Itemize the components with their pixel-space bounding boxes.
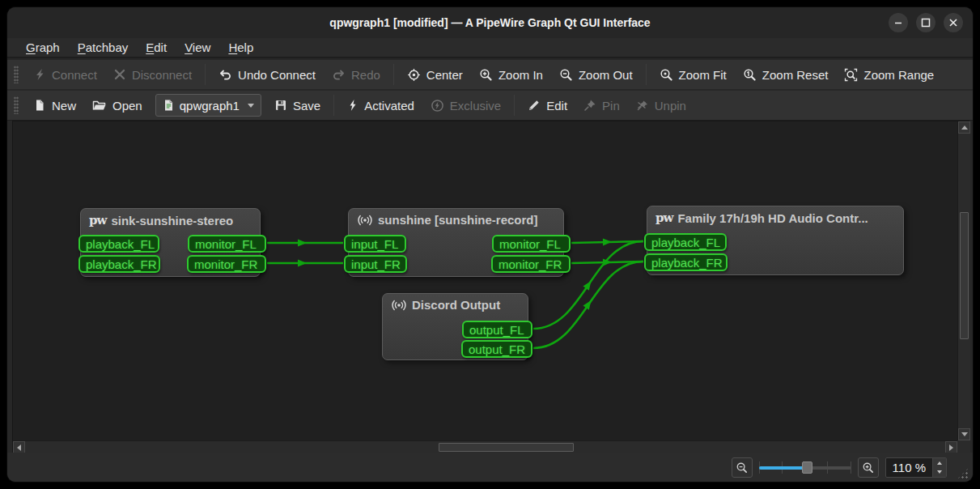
redo-icon [332, 68, 346, 81]
pipewire-icon: pw [655, 210, 672, 225]
zoom-spinbox[interactable]: 110 % [885, 457, 947, 478]
arrow-right-icon [949, 444, 953, 451]
zoom-reset-button[interactable]: Zoom Reset [735, 62, 837, 87]
save-button[interactable]: Save [266, 93, 329, 117]
maximize-button[interactable] [916, 13, 935, 32]
toolbar-separator [646, 64, 647, 85]
pin-button[interactable]: Pin [575, 93, 628, 117]
patchbay-toolbar: New Open qpwgraph1 Save Activated Exclus… [7, 91, 973, 121]
zoom-slider[interactable] [759, 457, 851, 478]
undo-connect-button[interactable]: Undo Connect [210, 62, 324, 87]
menu-help-label: elp [237, 40, 253, 54]
center-button[interactable]: Center [399, 62, 471, 87]
port-monitor-fl[interactable]: monitor_FL [188, 235, 266, 253]
new-button[interactable]: New [25, 93, 84, 117]
zoom-range-icon [844, 68, 858, 82]
node-title: sink-sunshine-stereo [111, 214, 233, 227]
zoom-out-label: Zoom Out [579, 68, 633, 82]
arrow-left-icon [17, 444, 21, 451]
toolbar-drag-handle[interactable] [14, 66, 19, 83]
node-header: sunshine [sunshine-record] [349, 209, 563, 227]
vertical-scrollbar[interactable] [957, 121, 970, 440]
open-label: Open [112, 99, 142, 113]
arrow-up-icon [937, 461, 942, 465]
zoom-in-button[interactable]: Zoom In [471, 62, 551, 87]
zoom-range-button[interactable]: Zoom Range [836, 62, 942, 87]
zoom-out-icon [559, 68, 573, 82]
minimize-button[interactable] [889, 13, 908, 32]
horizontal-scrollbar[interactable] [13, 440, 957, 453]
menu-graph-mnemonic: G [26, 40, 36, 54]
window-controls [889, 13, 963, 32]
port-playback-fr[interactable]: playback_FR [644, 253, 728, 271]
node-sink-sunshine-stereo[interactable]: pw sink-sunshine-stereo playback_FL play… [80, 208, 261, 277]
menu-graph[interactable]: Graph [17, 38, 69, 57]
unpin-icon [636, 99, 649, 112]
menu-patchbay-label: atchbay [86, 40, 129, 54]
menu-help[interactable]: Help [219, 38, 262, 57]
scroll-down-button[interactable] [958, 428, 970, 440]
edit-button[interactable]: Edit [520, 93, 575, 117]
exclusive-button[interactable]: Exclusive [422, 93, 509, 117]
save-label: Save [293, 99, 320, 113]
port-monitor-fr[interactable]: monitor_FR [491, 255, 571, 273]
port-output-fr[interactable]: output_FR [461, 340, 532, 358]
zoom-reset-label: Zoom Reset [762, 68, 829, 82]
node-header: Discord Output [383, 294, 528, 312]
port-input-fr[interactable]: input_FR [344, 255, 407, 273]
node-family-hd-audio[interactable]: pw Family 17h/19h HD Audio Contr... play… [647, 206, 904, 275]
node-sunshine[interactable]: sunshine [sunshine-record] input_FL inpu… [348, 208, 564, 277]
connection-sink-monitorFL-to-sunshine-inputFL[interactable] [267, 240, 343, 247]
statusbar-zoom-in-button[interactable] [858, 457, 879, 478]
menu-patchbay[interactable]: Patchbay [69, 38, 138, 57]
port-input-fl[interactable]: input_FL [344, 235, 406, 253]
connection-sink-monitorFR-to-sunshine-inputFR[interactable] [267, 260, 343, 267]
menu-view[interactable]: View [176, 38, 219, 57]
pin-icon [583, 99, 596, 112]
new-file-icon [33, 99, 46, 112]
connect-icon [33, 68, 46, 81]
node-discord-output[interactable]: Discord Output output_FL output_FR [382, 293, 528, 360]
scroll-up-button[interactable] [958, 121, 970, 134]
connect-button[interactable]: Connect [25, 62, 105, 87]
graph-toolbar: Connect Disconnect Undo Connect Redo Cen… [7, 60, 973, 90]
patchbay-file-icon [163, 99, 175, 112]
broadcast-icon [357, 214, 373, 227]
vertical-scroll-thumb[interactable] [960, 212, 969, 339]
unpin-button[interactable]: Unpin [628, 93, 694, 117]
horizontal-scroll-thumb[interactable] [439, 443, 574, 452]
port-playback-fl[interactable]: playback_FL [644, 233, 727, 251]
port-playback-fl[interactable]: playback_FL [78, 235, 159, 253]
scroll-left-button[interactable] [13, 441, 25, 453]
app-window: qpwgraph1 [modified] — A PipeWire Graph … [6, 6, 974, 483]
menu-edit-label: dit [154, 40, 167, 54]
patchbay-file-combobox[interactable]: qpwgraph1 [155, 94, 261, 117]
port-monitor-fr[interactable]: monitor_FR [187, 255, 266, 273]
toolbar-drag-handle[interactable] [14, 96, 19, 114]
graph-canvas[interactable]: pw sink-sunshine-stereo playback_FL play… [13, 121, 957, 440]
spinbox-down-button[interactable] [933, 468, 946, 478]
scroll-right-button[interactable] [945, 441, 957, 453]
menu-edit[interactable]: Edit [137, 38, 176, 57]
open-button[interactable]: Open [84, 93, 151, 117]
port-output-fl[interactable]: output_FL [462, 321, 532, 338]
menu-view-mnemonic: V [185, 40, 193, 54]
zoom-slider-handle[interactable] [802, 461, 812, 474]
port-playback-fr[interactable]: playback_FR [78, 255, 160, 273]
port-monitor-fl[interactable]: monitor_FL [492, 235, 571, 253]
activated-button[interactable]: Activated [339, 93, 422, 117]
disconnect-button[interactable]: Disconnect [105, 62, 200, 87]
redo-button[interactable]: Redo [324, 62, 388, 87]
zoom-in-label: Zoom In [498, 68, 543, 82]
close-button[interactable] [944, 13, 963, 32]
open-folder-icon [92, 99, 107, 112]
resize-grip[interactable] [957, 468, 969, 479]
spinbox-up-button[interactable] [933, 458, 946, 468]
zoom-fit-button[interactable]: Zoom Fit [651, 62, 735, 87]
connections-layer [13, 121, 957, 440]
zoom-out-button[interactable]: Zoom Out [551, 62, 641, 87]
exclusive-label: Exclusive [450, 99, 501, 113]
statusbar-zoom-out-button[interactable] [732, 457, 753, 478]
title-bar[interactable]: qpwgraph1 [modified] — A PipeWire Graph … [7, 7, 973, 38]
arrow-down-icon [961, 432, 968, 436]
